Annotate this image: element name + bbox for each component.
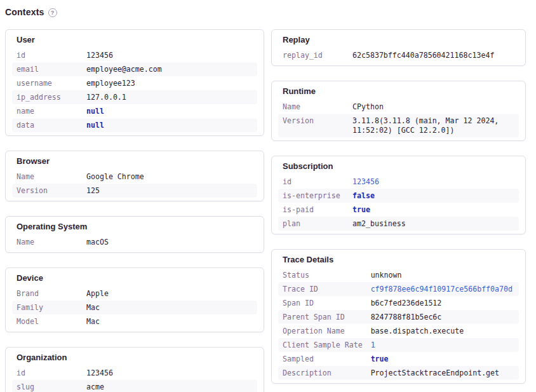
key-value-row: namenull (12, 104, 257, 118)
row-value: unknown (371, 271, 402, 280)
row-key: Sampled (278, 352, 366, 366)
row-value: null (86, 121, 104, 130)
key-value-row: NameGoogle Chrome (12, 170, 257, 184)
row-key: Operation Name (278, 324, 366, 338)
context-card-browser: BrowserNameGoogle ChromeVersion125 (5, 151, 264, 201)
row-value-cell: 123456 (82, 366, 257, 380)
row-value: Apple (86, 289, 109, 298)
row-key: Description (278, 366, 366, 380)
help-icon[interactable]: ? (48, 8, 57, 17)
row-key: Status (278, 268, 366, 282)
row-value: Mac (86, 317, 100, 326)
row-value: false (352, 191, 375, 200)
key-value-row: slugacme (12, 380, 257, 392)
row-value-cell: 125 (82, 184, 257, 198)
context-card-operating-system: Operating SystemNamemacOS (5, 216, 264, 253)
row-key: slug (12, 380, 82, 392)
row-value: Mac (86, 303, 100, 312)
row-value-cell: 8247788f81b5ec6c (366, 310, 519, 324)
row-value-cell: Google Chrome (82, 170, 257, 184)
card-title: Replay (278, 35, 519, 45)
row-key: Trace ID (278, 282, 366, 296)
key-value-row: BrandApple (12, 287, 257, 301)
context-card-organization: Organizationid123456slugacme (5, 347, 264, 392)
row-key: data (12, 118, 82, 132)
key-value-row: Operation Namebase.dispatch.execute (278, 324, 519, 338)
key-value-table: replay_id62c5837bffc440a78560421168c13e4… (278, 48, 519, 62)
context-column-right: Replayreplay_id62c5837bffc440a7856042116… (271, 29, 526, 384)
row-value-cell: 1 (366, 338, 519, 352)
row-key: is-enterprise (278, 189, 348, 203)
row-key: Version (12, 184, 82, 198)
row-value-cell: null (82, 104, 257, 118)
key-value-row: is-enterprisefalse (278, 189, 519, 203)
row-key: id (278, 175, 348, 189)
contexts-page: Contexts ? Userid123456emailemployee@acm… (0, 0, 536, 392)
key-value-row: usernameemployee123 (12, 76, 257, 90)
key-value-row: Version3.11.8(3.11.8 (main, Mar 12 2024,… (278, 114, 519, 137)
card-title: Runtime (278, 86, 519, 97)
key-value-row: Statusunknown (278, 268, 519, 282)
key-value-row: FamilyMac (12, 301, 257, 314)
key-value-row: planam2_business (278, 217, 519, 231)
key-value-row: emailemployee@acme.com (12, 62, 257, 76)
row-value: b6c7fed236de1512 (371, 299, 442, 308)
row-key: Brand (12, 287, 82, 301)
row-value: macOS (86, 238, 109, 247)
row-key: Name (12, 235, 82, 249)
row-value-cell: 123456 (348, 175, 519, 189)
row-value: 127.0.0.1 (86, 93, 126, 102)
row-key: plan (278, 217, 348, 231)
row-value: ProjectStacktraceEndpoint.get (371, 368, 499, 377)
key-value-table: NameGoogle ChromeVersion125 (12, 170, 257, 198)
key-value-row: Span IDb6c7fed236de1512 (278, 296, 519, 310)
key-value-row: Version125 (12, 184, 257, 198)
context-card-user: Userid123456emailemployee@acme.comuserna… (5, 29, 264, 136)
key-value-table: NamemacOS (12, 235, 257, 249)
context-cards-grid: Userid123456emailemployee@acme.comuserna… (5, 29, 526, 392)
row-value: base.dispatch.execute (371, 327, 464, 335)
row-value-cell: 123456 (82, 48, 257, 62)
row-key: id (12, 366, 82, 380)
row-value-cell: false (348, 189, 519, 203)
key-value-row: DescriptionProjectStacktraceEndpoint.get (278, 366, 519, 380)
trace-id-link[interactable]: cf9f878ee6c94f10917ce566bff0a70d (371, 285, 513, 294)
key-value-row: ip_address127.0.0.1 (12, 90, 257, 104)
row-value: null (86, 107, 104, 116)
key-value-table: BrandAppleFamilyMacModelMac (12, 287, 257, 328)
key-value-table: id123456emailemployee@acme.comusernameem… (12, 48, 257, 132)
context-card-subscription: Subscriptionid123456is-enterprisefalseis… (271, 156, 526, 234)
row-value-cell: CPython (348, 100, 519, 114)
row-value-cell: true (348, 203, 519, 217)
row-key: Span ID (278, 296, 366, 310)
row-value-cell: true (366, 352, 519, 366)
row-value-cell: null (82, 118, 257, 132)
context-card-trace-details: Trace DetailsStatusunknownTrace IDcf9f87… (271, 249, 526, 384)
key-value-row: Sampledtrue (278, 352, 519, 366)
row-value: am2_business (352, 219, 406, 228)
row-value: true (371, 355, 389, 363)
row-value-cell: 3.11.8(3.11.8 (main, Mar 12 2024, 11:52:… (348, 114, 519, 137)
row-key: Name (12, 170, 82, 184)
row-value: 125 (86, 186, 100, 195)
row-key: id (12, 48, 82, 62)
row-key: email (12, 62, 82, 76)
card-title: Operating System (12, 222, 257, 232)
row-value: CPython (352, 102, 384, 111)
key-value-table: id123456is-enterprisefalseis-paidtruepla… (278, 175, 519, 231)
context-card-device: DeviceBrandAppleFamilyMacModelMac (5, 267, 264, 332)
row-value: 123456 (86, 51, 113, 60)
row-value-cell: Apple (82, 287, 257, 301)
row-key: Family (12, 301, 82, 314)
row-value: employee123 (86, 79, 135, 88)
key-value-row: is-paidtrue (278, 203, 519, 217)
row-value-cell: Mac (82, 301, 257, 314)
key-value-row: ModelMac (12, 314, 257, 328)
row-key: Version (278, 114, 348, 137)
key-value-table: StatusunknownTrace IDcf9f878ee6c94f10917… (278, 268, 519, 380)
row-value: 8247788f81b5ec6c (371, 313, 442, 321)
row-key: replay_id (278, 48, 348, 62)
key-value-row: Client Sample Rate1 (278, 338, 519, 352)
card-title: Browser (12, 156, 257, 166)
row-key: ip_address (12, 90, 82, 104)
